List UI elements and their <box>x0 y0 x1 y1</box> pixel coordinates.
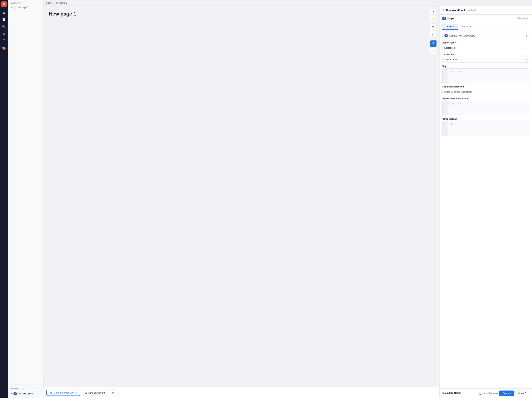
condition-expression-label: ConditionExpression <box>442 86 529 88</box>
nav-bar: H ⊞ 📄 🔍 ⚙ 🗄 🎨 <box>0 0 8 398</box>
breadcrumb-current: New page 1 <box>55 1 67 4</box>
other-settings-field: Other Settings 1 {} <box>442 118 529 136</box>
tab-general[interactable]: General <box>442 24 458 30</box>
lightning-toolbar-btn[interactable]: ⚡ <box>430 16 437 22</box>
main-area: Hops / New page 1 # ⚡ ⇄ ↩ 🗄 + New page 1 <box>44 0 532 398</box>
expression-attr-code-input[interactable]: Enter code <box>448 101 529 115</box>
app-logo[interactable]: H <box>1 1 7 7</box>
history-toolbar-btn[interactable]: ↩ <box>430 31 437 38</box>
generate-page-button[interactable]: 🤖 Generate Page with AI <box>46 390 80 396</box>
table-name-label: TableName * <box>442 53 529 56</box>
share-bottom-icon: ⇄ <box>112 392 114 394</box>
bottom-bar: 🤖 Generate Page with AI ⊞ Data dashboard… <box>44 387 439 398</box>
step-header: 🗄 step1 Delete Step <box>440 15 532 22</box>
canvas-area: # ⚡ ⇄ ↩ 🗄 + New page 1 🤖 Generate Page w… <box>44 6 439 398</box>
page-item-label: New page 1 <box>17 6 28 9</box>
open-btn-label: Open <box>518 392 524 395</box>
other-settings-value: {} <box>449 123 452 126</box>
page-list-header: Page list <box>8 0 43 5</box>
nav-grid-icon[interactable]: ⊞ <box>1 9 7 16</box>
table-name-required: * <box>454 53 455 56</box>
add-toolbar-btn[interactable]: + <box>430 48 437 54</box>
subpage-dynamo-icon: 🗄 <box>13 392 17 396</box>
key-field: Key * 1 Enter code <box>442 65 529 83</box>
expression-attr-placeholder: Enter code <box>449 103 462 105</box>
page-chevron-icon: ▶ <box>11 6 12 8</box>
content-row: # ⚡ ⇄ ↩ 🗄 + New page 1 🤖 Generate Page w… <box>44 6 532 398</box>
panel-body: 🗄 Sample AWS DynamoDB ⇅ Action Type * De… <box>440 30 532 388</box>
execution-result-label: Execution Result <box>442 392 461 395</box>
subpage-workflow-item[interactable]: ▶ 🗄 workflow1 (New ... <box>9 391 42 396</box>
more-options-button[interactable]: ··· <box>524 8 529 12</box>
subpage-item-label: workflow1 (New ... <box>18 392 35 395</box>
nav-settings-icon[interactable]: ⚙ <box>1 31 7 37</box>
action-type-field: Action Type * DeleteItem PutItem GetItem… <box>442 42 529 51</box>
sidebar-bottom: Subpage list ▶ 🗄 workflow1 (New ... <box>8 384 43 398</box>
data-dashboard-button[interactable]: ⊞ Data dashboard <box>82 390 108 396</box>
execution-bar: Execution Result Auto Execution Execute … <box>440 388 532 398</box>
page-title: New page 1 <box>49 11 434 17</box>
canvas-toolbar: # ⚡ ⇄ ↩ 🗄 + <box>430 9 437 54</box>
condition-expression-field: ConditionExpression <box>442 86 529 95</box>
share-bottom-button[interactable]: ⇄ <box>110 389 116 396</box>
table-name-select[interactable]: Select Table <box>442 57 529 63</box>
auto-execution-checkbox[interactable] <box>479 392 482 395</box>
condition-expression-input[interactable] <box>442 89 529 95</box>
tab-advanced[interactable]: Advanced <box>458 24 475 30</box>
breadcrumb-separator: / <box>53 1 53 4</box>
breadcrumb-parent[interactable]: Hops <box>46 1 52 4</box>
panel-header: ✎ New Workflow 1 workflow1 ··· <box>440 6 532 15</box>
sidebar-page-item[interactable]: ▶ 📄 New page 1 <box>9 5 42 9</box>
dashboard-grid-icon: ⊞ <box>85 392 87 394</box>
delete-step-button[interactable]: Delete Step <box>515 16 529 20</box>
db-toolbar-btn[interactable]: 🗄 <box>430 40 437 47</box>
workflow-edit-icon: ✎ <box>442 8 445 12</box>
toolbar-divider <box>430 39 437 39</box>
hash-toolbar-btn[interactable]: # <box>430 9 437 15</box>
generate-ai-icon: 🤖 <box>50 392 52 394</box>
expression-attr-line-numbers: 1 <box>443 101 448 115</box>
key-label: Key * <box>442 65 529 68</box>
subpage-chevron-icon: ▶ <box>11 392 12 395</box>
action-type-select[interactable]: DeleteItem PutItem GetItem UpdateItem Qu… <box>442 45 529 51</box>
datasource-chevron-icon: ⇅ <box>525 34 527 37</box>
key-code-editor: 1 Enter code <box>442 68 529 83</box>
expression-attr-values-label: ExpressionAttributeValues <box>442 97 529 100</box>
datasource-selector[interactable]: 🗄 Sample AWS DynamoDB ⇅ <box>442 32 529 39</box>
auto-execution-row: Auto Execution Execute Open ⌃ <box>479 390 529 396</box>
nav-search-icon[interactable]: 🔍 <box>1 24 7 30</box>
step-dynamo-icon: 🗄 <box>442 17 446 20</box>
generate-page-label: Generate Page with AI <box>54 392 77 394</box>
workflow-title-row: ✎ New Workflow 1 workflow1 <box>442 8 476 12</box>
other-settings-line-numbers: 1 <box>443 121 448 136</box>
expression-attr-values-field: ExpressionAttributeValues 1 Enter code <box>442 97 529 115</box>
nav-database-icon[interactable]: 🗄 <box>1 38 7 44</box>
expression-attr-editor-content: 1 Enter code <box>443 101 529 115</box>
execute-button[interactable]: Execute <box>499 391 514 396</box>
step-title-row: 🗄 step1 <box>442 17 454 20</box>
other-settings-code-input[interactable]: {} <box>448 121 529 136</box>
right-panel: ✎ New Workflow 1 workflow1 ··· 🗄 step1 D… <box>439 6 532 398</box>
nav-page-icon[interactable]: 📄 <box>1 16 7 23</box>
other-settings-label: Other Settings <box>442 118 529 120</box>
auto-execution-label: Auto Execution <box>483 392 498 395</box>
key-line-numbers: 1 <box>443 69 448 83</box>
action-type-required: * <box>455 42 456 44</box>
open-button[interactable]: Open ⌃ <box>515 390 529 396</box>
workflow-id: workflow1 <box>467 9 476 11</box>
step-name: step1 <box>447 17 454 20</box>
table-name-field: TableName * Select Table <box>442 53 529 63</box>
subpage-list-header: Subpage list <box>8 386 43 391</box>
workflow-name: New Workflow 1 <box>446 9 465 12</box>
key-editor-content: 1 Enter code <box>443 69 529 83</box>
action-type-label: Action Type * <box>442 42 529 44</box>
tabs-row: General Advanced <box>440 22 532 30</box>
data-dashboard-label: Data dashboard <box>88 392 105 394</box>
expression-attr-code-editor: 1 Enter code <box>442 101 529 115</box>
other-settings-code-editor: 1 {} <box>442 121 529 136</box>
share-toolbar-btn[interactable]: ⇄ <box>430 24 437 30</box>
key-placeholder: Enter code <box>449 70 462 73</box>
key-code-input[interactable]: Enter code <box>448 69 529 83</box>
table-name-select-wrapper: Select Table <box>442 57 529 63</box>
nav-theme-icon[interactable]: 🎨 <box>1 45 7 51</box>
